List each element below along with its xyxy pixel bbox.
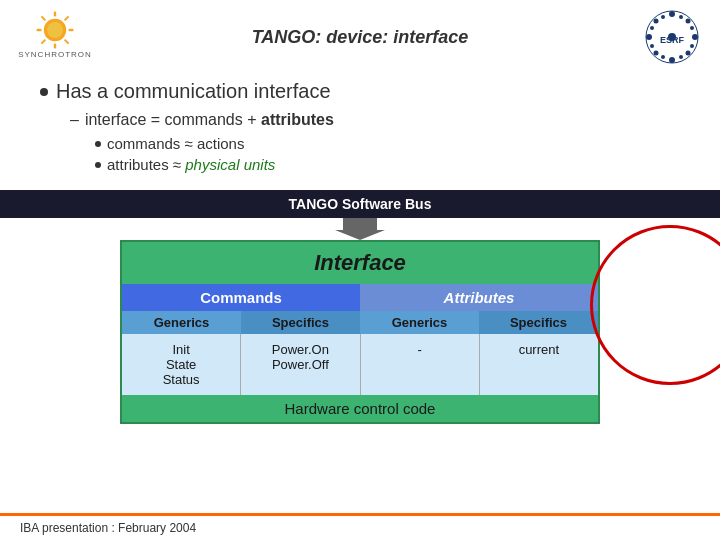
- sub3-text: attributes ≈ physical units: [107, 156, 275, 173]
- small-dot-2-icon: [95, 162, 101, 168]
- logo-soleil: SYNCHROTRON: [20, 10, 90, 65]
- svg-line-9: [41, 40, 45, 44]
- sub1-text: interface = commands + attributes: [85, 111, 334, 129]
- footer: IBA presentation : February 2004: [0, 513, 720, 540]
- main-content: Has a communication interface – interfac…: [0, 70, 720, 182]
- svg-point-16: [654, 19, 659, 24]
- tango-bus-bar: TANGO Software Bus: [0, 190, 720, 218]
- svg-marker-29: [335, 218, 385, 240]
- col2-value: Power.OnPower.Off: [241, 334, 360, 395]
- svg-point-12: [669, 11, 675, 17]
- sub-item-1: – interface = commands + attributes: [70, 111, 680, 129]
- values-row: InitStateStatus Power.OnPower.Off - curr…: [122, 334, 598, 395]
- col4-value: current: [480, 334, 598, 395]
- interface-header: Interface: [122, 242, 598, 284]
- svg-point-17: [686, 51, 691, 56]
- svg-point-26: [661, 55, 665, 59]
- footer-text: IBA presentation : February 2004: [20, 521, 196, 535]
- svg-point-13: [669, 57, 675, 63]
- soleil-sun-icon: [35, 10, 75, 50]
- col4-header: Specifics: [479, 311, 598, 334]
- commands-cell: Commands: [122, 284, 360, 311]
- tango-bus-label: TANGO Software Bus: [289, 196, 432, 212]
- down-arrow-icon: [335, 218, 385, 240]
- main-bullet-text: Has a communication interface: [56, 80, 331, 103]
- svg-point-15: [692, 34, 698, 40]
- attributes-label: Attributes: [444, 289, 515, 306]
- page-title: TANGO: device: interface: [90, 27, 630, 48]
- main-bullet: Has a communication interface: [40, 80, 680, 103]
- col1-value: InitStateStatus: [122, 334, 241, 395]
- svg-point-22: [650, 44, 654, 48]
- soleil-logo-text: SYNCHROTRON: [18, 50, 92, 59]
- arrow-container: [0, 218, 720, 240]
- svg-point-24: [661, 15, 665, 19]
- hardware-label: Hardware control code: [285, 400, 436, 417]
- bullet-dot-icon: [40, 88, 48, 96]
- svg-line-6: [41, 16, 45, 20]
- title-main: TANGO: device:: [252, 27, 389, 47]
- svg-point-27: [679, 55, 683, 59]
- sub-sub-item-2: attributes ≈ physical units: [95, 156, 680, 173]
- col3-value: -: [361, 334, 480, 395]
- interface-diagram: Interface Commands Attributes Generics S…: [120, 240, 600, 424]
- svg-point-14: [646, 34, 652, 40]
- sub2-text: commands ≈ actions: [107, 135, 244, 152]
- svg-point-21: [690, 26, 694, 30]
- svg-line-8: [65, 16, 69, 20]
- svg-point-25: [679, 15, 683, 19]
- commands-attributes-row: Commands Attributes: [122, 284, 598, 311]
- svg-point-23: [690, 44, 694, 48]
- logo-esrf: ESRF: [630, 10, 700, 65]
- svg-line-7: [65, 40, 69, 44]
- esrf-logo-icon: ESRF: [645, 10, 700, 65]
- interface-label: Interface: [314, 250, 406, 275]
- attributes-cell: Attributes: [360, 284, 598, 311]
- commands-label: Commands: [200, 289, 282, 306]
- col2-header: Specifics: [241, 311, 360, 334]
- sub-sub-item-1: commands ≈ actions: [95, 135, 680, 152]
- svg-point-18: [686, 19, 691, 24]
- diagram-wrapper: Interface Commands Attributes Generics S…: [0, 240, 720, 424]
- title-suffix: interface: [388, 27, 468, 47]
- header: SYNCHROTRON TANGO: device: interface: [0, 0, 720, 70]
- svg-point-1: [47, 22, 63, 38]
- small-dot-icon: [95, 141, 101, 147]
- col3-header: Generics: [360, 311, 479, 334]
- svg-point-20: [650, 26, 654, 30]
- hardware-bar: Hardware control code: [122, 395, 598, 422]
- svg-point-19: [654, 51, 659, 56]
- svg-text:ESRF: ESRF: [660, 35, 685, 45]
- col1-header: Generics: [122, 311, 241, 334]
- red-circle-highlight: [590, 225, 720, 385]
- generics-specifics-row: Generics Specifics Generics Specifics: [122, 311, 598, 334]
